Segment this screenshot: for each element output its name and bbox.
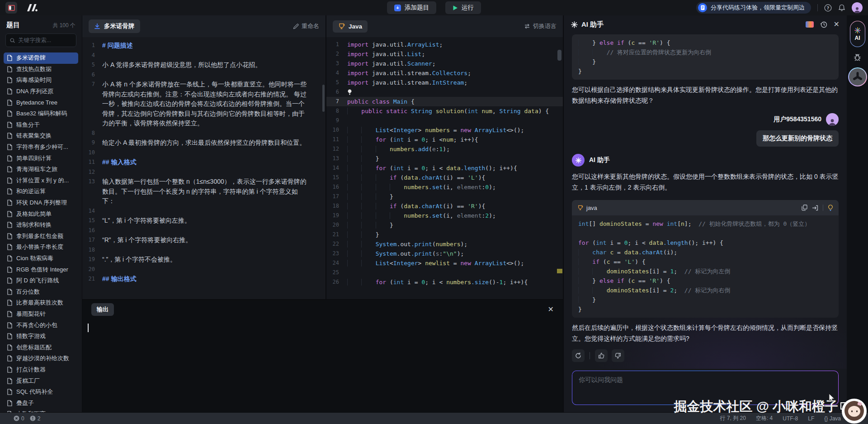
problem-item[interactable]: 打点计数器 <box>4 364 78 376</box>
description-line: 13输入数据第一行包括一个整数 n（1≤n≤3000），表示这一行多米诺骨牌的数… <box>82 177 326 206</box>
code-line: 7public class Main { <box>326 97 563 106</box>
problem-item[interactable]: 和的逆运算 <box>4 186 78 197</box>
language-mode[interactable]: {} Java <box>824 415 841 422</box>
language-tab[interactable]: Java <box>333 20 368 33</box>
problem-item[interactable]: 比赛最高获胜次数 <box>4 297 78 309</box>
document-icon <box>7 311 13 317</box>
problem-item[interactable]: 环状 DNA 序列整理 <box>4 197 78 209</box>
lightbulb-icon[interactable] <box>828 205 833 211</box>
help-button[interactable]: ? <box>824 4 832 12</box>
code-block-lang-row: java <box>577 205 597 211</box>
problem-item[interactable]: RGB 色值转 Integer <box>4 264 78 275</box>
indentation-setting[interactable]: 空格: 4 <box>756 414 773 422</box>
problem-item[interactable]: 阿 D 的飞行路线 <box>4 275 78 286</box>
eol-setting[interactable]: LF <box>808 415 814 422</box>
thumbs-down-button[interactable] <box>612 349 624 362</box>
editor-scrollbar[interactable] <box>557 50 561 61</box>
user-avatar[interactable] <box>852 2 863 13</box>
problem-item[interactable]: 穿越沙漠的补给次数 <box>4 353 78 364</box>
problem-item[interactable]: 叠盘子 <box>4 397 78 409</box>
notifications-button[interactable] <box>838 4 845 12</box>
problem-item[interactable]: 不再贪心的小包 <box>4 319 78 331</box>
mascot-button[interactable] <box>848 67 867 86</box>
problem-item[interactable]: 计算位置 x 到 y 的... <box>4 175 78 186</box>
java-cup-icon <box>338 23 345 29</box>
line-source: import java.util.stream.Collectors; <box>347 68 563 78</box>
line-number: 7 <box>82 80 102 129</box>
output-console[interactable] <box>82 319 563 412</box>
add-problem-button[interactable]: + 添加题目 <box>387 1 436 14</box>
problem-item[interactable]: 拿到最多红包金额 <box>4 231 78 242</box>
regenerate-button[interactable] <box>572 349 585 362</box>
problem-item[interactable]: 青海湖租车之旅 <box>4 164 78 175</box>
theme-gradient-button[interactable] <box>806 21 814 28</box>
problem-item[interactable]: DNA 序列还原 <box>4 86 78 97</box>
problem-item[interactable]: 及格如此简单 <box>4 208 78 219</box>
description-scrollbar[interactable] <box>322 85 325 112</box>
problem-item[interactable]: 创意标题匹配 <box>4 342 78 353</box>
thumbs-up-button[interactable] <box>595 349 608 362</box>
problem-item[interactable]: SQL 代码补全 <box>4 386 78 398</box>
code-line: char c = data.charAt(i); <box>578 248 832 257</box>
encoding-setting[interactable]: UTF-8 <box>783 415 798 422</box>
description-editor[interactable]: 1# 问题描述45小 A 觉得多米诺骨牌超级没意思，所以他想了点小花招。67小 … <box>82 37 326 299</box>
problem-item[interactable]: 百分位数 <box>4 286 78 297</box>
bug-report-button[interactable] <box>853 53 862 62</box>
code-line: 3import java.util.Scanner; <box>326 59 563 68</box>
problem-item[interactable]: 查找热点数据 <box>4 64 78 75</box>
code-line: } else if (c == 'R') { <box>578 276 832 286</box>
line-source: System.out.print(s:"\n"); <box>347 249 563 258</box>
ai-message-2-intro: 您可以这样来更新其他骨牌的状态。假设您使用一个整数数组来表示骨牌的状态，比如 0… <box>572 171 839 193</box>
app-logo[interactable] <box>25 4 39 12</box>
line-source: System.out.print(numbers); <box>347 239 563 249</box>
code-line: for (int i = 0; i < data.length(); i++) … <box>578 238 832 248</box>
warnings-indicator[interactable]: 2 <box>30 415 41 422</box>
problem-item-label: 暴雨梨花针 <box>16 310 46 318</box>
problem-item[interactable]: 猜数字游戏 <box>4 331 78 342</box>
ai-conversation[interactable]: } else if (c == 'R') { // 将对应位置的骨牌状态更新为向… <box>564 33 847 369</box>
switch-language-button[interactable]: 切换语言 <box>524 22 557 30</box>
output-tab[interactable]: 输出 <box>91 303 114 316</box>
problem-item[interactable]: 最小替换子串长度 <box>4 242 78 253</box>
problem-item[interactable]: 猫鱼分干 <box>4 119 78 131</box>
line-number: 1 <box>82 41 102 51</box>
problem-item[interactable]: 链表聚集交换 <box>4 130 78 142</box>
code-block-header: java <box>572 200 839 215</box>
code-line: 25 <box>326 268 563 277</box>
output-close-button[interactable]: ✕ <box>548 306 554 313</box>
problem-item[interactable]: 暴雨梨花针 <box>4 309 78 320</box>
line-number: 16 <box>82 226 102 236</box>
sidebar-toggle-button[interactable] <box>5 2 17 14</box>
code-editor[interactable]: 1import java.util.ArrayList;2import java… <box>326 37 563 299</box>
problem-item[interactable]: 进制求和转换 <box>4 219 78 231</box>
share-banner[interactable]: 分享代码练习体验，领限量定制周边 <box>696 2 811 14</box>
cursor-position[interactable]: 行 7, 列 20 <box>720 414 746 422</box>
search-input[interactable] <box>18 37 72 43</box>
problem-item[interactable]: 简单四则计算 <box>4 152 78 164</box>
problem-item[interactable]: Cion 勒索病毒 <box>4 253 78 264</box>
line-source: numbers.set(i, element:0); <box>347 182 563 192</box>
search-box[interactable] <box>5 33 76 47</box>
document-icon <box>7 367 13 373</box>
errors-indicator[interactable]: 0 <box>14 415 24 422</box>
warnings-count: 2 <box>38 415 41 422</box>
problem-tab[interactable]: 多米诺骨牌 <box>89 19 140 33</box>
problem-item[interactable]: 字符串有多少种可... <box>4 142 78 153</box>
insert-code-icon[interactable] <box>812 205 818 211</box>
copy-icon[interactable] <box>802 205 807 211</box>
problem-item[interactable]: Base32 编码和解码 <box>4 108 78 119</box>
line-number: 11 <box>82 157 102 167</box>
run-button[interactable]: 运行 <box>445 1 481 14</box>
problem-item[interactable]: 多米诺骨牌 <box>4 52 78 64</box>
ai-toggle-button[interactable]: AI <box>850 21 865 47</box>
ai-close-button[interactable]: ✕ <box>834 21 840 28</box>
ai-question-input[interactable]: 你可以问我问题 <box>572 371 839 405</box>
assistant-pet-avatar[interactable] <box>842 399 867 424</box>
problem-item[interactable]: 蛋糕工厂 <box>4 375 78 386</box>
rename-button[interactable]: 重命名 <box>293 22 319 30</box>
history-icon[interactable] <box>820 21 827 28</box>
lightbulb-hint-icon[interactable] <box>347 89 352 95</box>
problem-item[interactable]: 大数和距离 <box>4 409 78 412</box>
problem-item[interactable]: 病毒感染时间 <box>4 75 78 86</box>
problem-item[interactable]: Bytedance Tree <box>4 97 78 108</box>
